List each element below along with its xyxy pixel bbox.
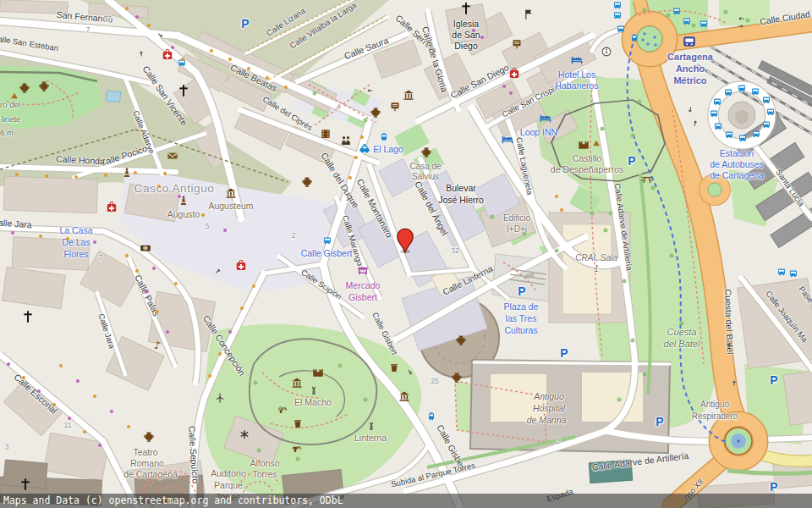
label-4: 4 [337, 103, 341, 111]
pharmacy-icon [162, 49, 174, 62]
info-icon [601, 47, 612, 58]
label-salvius: Salvius [412, 173, 439, 181]
bus-icon [613, 1, 623, 10]
street-dot [560, 208, 563, 212]
bus-icon [777, 268, 787, 277]
tree-dot [257, 449, 261, 453]
arr-icon [154, 29, 167, 41]
street-dot [247, 67, 250, 70]
museum-icon [398, 390, 411, 403]
label-de-autobuses: de Autobuses [710, 160, 764, 169]
label-32: 32 [451, 247, 458, 255]
label-auditorio: Auditorio [211, 469, 245, 478]
label-torres: Torres [252, 470, 277, 479]
taxi-icon [359, 142, 371, 155]
label-7: 7 [99, 254, 103, 262]
bus-icon [700, 19, 709, 29]
tree-dot [523, 232, 527, 236]
label-calle-jara: Calle Jara [97, 312, 116, 350]
label-ro-del: ro del [0, 101, 20, 109]
tree-dot [590, 212, 595, 216]
tree-dot [364, 398, 368, 402]
street-dot [163, 172, 167, 175]
label-del-batel: del Batel [664, 340, 700, 349]
bus-icon [323, 236, 332, 246]
tree-dot [638, 100, 642, 104]
label-flores: Flores [63, 250, 88, 259]
plaque-icon [389, 101, 402, 113]
arr-icon [729, 378, 739, 388]
label-11: 11 [64, 422, 72, 429]
label-calle-san-diego: Calle San Diego [449, 63, 510, 100]
label-las-tres: las Tres [506, 314, 537, 323]
label-el-lago: El Lago [373, 145, 403, 154]
amphora-icon [370, 107, 382, 119]
plaque-icon [511, 38, 524, 51]
street-dot [502, 85, 506, 88]
bin-icon [292, 417, 304, 430]
street-dot [218, 352, 222, 356]
bus-icon [672, 7, 682, 16]
label-loop-inn: Loop INN [520, 128, 557, 137]
street-dot [134, 171, 137, 174]
street-dot [555, 195, 558, 198]
label-habaneros: Habaneros [555, 81, 598, 91]
street-dot [59, 364, 63, 367]
street-dot [178, 195, 181, 198]
street-dot [135, 269, 139, 273]
map-canvas[interactable]: San FernandoCalle San EstebanCalle Serre… [0, 0, 812, 508]
label-de-marina: de Marina [527, 416, 567, 425]
label-calle-lagueneta: Calle Lagueneta [515, 136, 535, 196]
pharmacy-icon [235, 260, 248, 273]
street-dot [52, 403, 56, 406]
arr-icon [737, 22, 746, 31]
museum-icon [403, 89, 415, 102]
label-calle-de-la-gloria: Calle de la Gloria [420, 25, 449, 93]
street-dot [208, 374, 211, 378]
label-pase: Pase [798, 285, 812, 305]
bus-icon [617, 25, 626, 34]
label-calle-san-esteban: Calle San Esteban [0, 34, 59, 52]
street-dot [68, 417, 71, 420]
street-dot [83, 430, 86, 433]
label-calle-ciudad: Calle Ciudad [759, 9, 810, 26]
label-jos-hierro: José Hierro [438, 196, 484, 205]
label-antiguo: Antiguo [534, 392, 564, 401]
amphora-icon [143, 431, 156, 444]
tree-dot [601, 127, 605, 131]
svg-text:♪: ♪ [154, 340, 161, 351]
street-dot [39, 235, 42, 238]
label-crai-sala: CRAI, Sala [575, 254, 617, 262]
street-dot [125, 254, 129, 257]
people-icon [340, 135, 353, 147]
street-dot [135, 15, 139, 19]
street-dot [360, 135, 364, 139]
label-bulevar: Bulevar [446, 184, 476, 193]
label-calle-del-cipr-s: Calle del Ciprés [261, 95, 314, 132]
faucet-icon [291, 442, 304, 455]
tree-dot [604, 229, 608, 233]
tree-dot [609, 212, 613, 216]
map-pin-marker[interactable] [390, 223, 420, 255]
church-icon [459, 2, 474, 16]
label-cuesta: Cuesta [667, 328, 697, 337]
label-calle-beatas: Calle Beatas [229, 63, 278, 93]
street-dot [104, 174, 107, 177]
street-dot [110, 410, 113, 413]
bus-icon [751, 87, 760, 97]
label-teatro: Teatro [133, 448, 157, 457]
bus-icon [766, 108, 776, 117]
money-icon [140, 242, 152, 255]
label-subida-al-parque-torres: Subida al Parque Torres [390, 461, 475, 489]
tree-dot [746, 19, 750, 23]
street-dot [93, 395, 96, 398]
station-icon [683, 35, 697, 49]
street-dot [228, 330, 232, 334]
tree-dot [555, 249, 559, 253]
street-dot [11, 231, 14, 235]
tree-dot [254, 381, 258, 385]
tree-dot [313, 91, 317, 96]
street-dot [252, 284, 255, 288]
label-castillo: Castillo [573, 154, 601, 163]
attribution-text: Maps and Data (c) openstreetmap.org and … [3, 494, 343, 506]
